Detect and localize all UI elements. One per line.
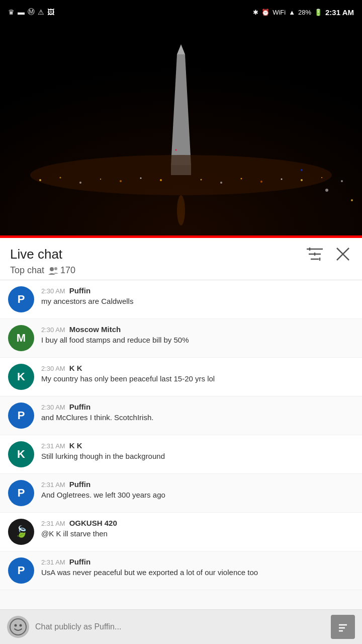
emoji-button[interactable] — [7, 616, 29, 638]
svg-point-14 — [241, 178, 242, 180]
svg-point-38 — [15, 624, 17, 627]
svg-point-21 — [175, 149, 177, 151]
message-time: 2:31 AM — [41, 442, 65, 450]
svg-point-6 — [60, 177, 61, 179]
avatar: K — [8, 441, 34, 467]
svg-point-10 — [140, 178, 142, 179]
wifi-icon: WiFi — [273, 9, 286, 16]
svg-point-18 — [321, 177, 322, 178]
svg-point-12 — [201, 179, 202, 181]
svg-point-5 — [39, 179, 41, 181]
avatar: P — [8, 403, 34, 429]
svg-point-13 — [220, 182, 222, 184]
message-user: Puffin — [69, 480, 91, 489]
viewer-count-number: 170 — [60, 265, 75, 276]
message-text: UsA was never peaceful but we exported a… — [41, 567, 354, 578]
svg-point-11 — [160, 179, 162, 181]
viewers-icon — [48, 267, 58, 275]
message-user: Moscow Mitch — [69, 325, 121, 334]
message-content: 2:31 AM Puffin And Ogletrees. we left 30… — [41, 480, 354, 500]
message-user: OGKUSH 420 — [69, 519, 117, 527]
message-time: 2:30 AM — [41, 365, 65, 372]
chat-message: P 2:30 AM Puffin and McClures I think. S… — [0, 396, 362, 435]
chat-messages-list: P 2:30 AM Puffin my ancestors are Caldwe… — [0, 280, 362, 590]
live-chat-title: Live chat — [10, 247, 62, 262]
battery-icon: 🔋 — [314, 9, 322, 16]
m-icon: Ⓜ — [28, 8, 35, 17]
svg-point-19 — [341, 180, 343, 182]
message-time: 2:31 AM — [41, 520, 65, 527]
folder-icon: ▬ — [18, 8, 25, 16]
send-button[interactable] — [331, 615, 355, 639]
svg-point-7 — [79, 182, 81, 184]
message-meta: 2:31 AM K K — [41, 441, 354, 450]
chat-message: P 2:31 AM Puffin UsA was never peaceful … — [0, 551, 362, 590]
avatar: 🍃 — [8, 519, 34, 545]
svg-point-16 — [281, 179, 283, 180]
chat-message: P 2:30 AM Puffin my ancestors are Caldwe… — [0, 280, 362, 319]
message-meta: 2:30 AM Puffin — [41, 286, 354, 295]
svg-point-34 — [54, 267, 57, 270]
viewers-count: 170 — [48, 265, 75, 276]
video-player[interactable] — [0, 24, 362, 235]
message-time: 2:30 AM — [41, 404, 65, 411]
crown-icon: ♛ — [8, 8, 15, 16]
battery-level: 28% — [298, 9, 311, 16]
chat-message: M 2:30 AM Moscow Mitch I buy all food st… — [0, 319, 362, 358]
filter-icon[interactable] — [306, 245, 324, 263]
chat-message: K 2:31 AM K K Still lurking though in th… — [0, 435, 362, 474]
message-meta: 2:30 AM K K — [41, 364, 354, 372]
message-content: 2:30 AM Puffin and McClures I think. Sco… — [41, 403, 354, 423]
message-meta: 2:30 AM Puffin — [41, 403, 354, 411]
svg-point-8 — [100, 179, 101, 180]
message-content: 2:30 AM Moscow Mitch I buy all food stam… — [41, 325, 354, 345]
avatar: M — [8, 325, 34, 351]
message-meta: 2:31 AM Puffin — [41, 480, 354, 489]
avatar: K — [8, 364, 34, 390]
svg-point-9 — [120, 180, 122, 182]
avatar: P — [8, 557, 34, 584]
svg-text:🍃: 🍃 — [15, 525, 29, 538]
svg-point-24 — [351, 199, 353, 201]
warning-icon: ⚠ — [38, 8, 44, 16]
chat-input-bar — [0, 609, 362, 644]
status-bar: ♛ ▬ Ⓜ ⚠ 🖼 ✱ ⏰ WiFi ▲ 28% 🔋 2:31 AM — [0, 0, 362, 24]
message-text: I buy all food stamps and reduce bill by… — [41, 335, 354, 345]
message-content: 2:30 AM Puffin my ancestors are Caldwell… — [41, 286, 354, 306]
image-icon: 🖼 — [47, 8, 54, 16]
chat-message: P 2:31 AM Puffin And Ogletrees. we left … — [0, 474, 362, 513]
signal-icon: ▲ — [289, 9, 295, 16]
message-user: Puffin — [69, 403, 91, 411]
svg-point-39 — [20, 624, 22, 627]
svg-point-22 — [301, 169, 303, 171]
status-right-icons: ✱ ⏰ WiFi ▲ 28% 🔋 2:31 AM — [253, 8, 354, 17]
message-text: and McClures I think. ScotchIrish. — [41, 412, 354, 423]
message-time: 2:31 AM — [41, 481, 65, 489]
message-text: my ancestors are Caldwells — [41, 296, 354, 306]
chat-header: Live chat — [0, 238, 362, 280]
chat-section: Live chat — [0, 238, 362, 644]
svg-point-17 — [301, 179, 303, 181]
message-text: Still lurking though in the background — [41, 451, 354, 461]
top-chat-label: Top chat — [10, 265, 44, 276]
svg-point-15 — [260, 181, 262, 183]
message-content: 2:31 AM Puffin UsA was never peaceful bu… — [41, 557, 354, 578]
message-content: 2:31 AM K K Still lurking though in the … — [41, 441, 354, 461]
message-meta: 2:31 AM Puffin — [41, 557, 354, 566]
svg-point-33 — [50, 267, 54, 271]
avatar: P — [8, 286, 34, 312]
chat-subheader: Top chat 170 — [10, 265, 352, 276]
svg-point-23 — [325, 189, 328, 192]
message-meta: 2:30 AM Moscow Mitch — [41, 325, 354, 334]
svg-point-4 — [30, 155, 332, 195]
message-time: 2:30 AM — [41, 326, 65, 334]
message-text: My country has only been peaceful last 1… — [41, 373, 354, 384]
svg-point-37 — [10, 619, 26, 635]
chat-input[interactable] — [35, 622, 325, 631]
chat-message: 🍃 2:31 AM OGKUSH 420 @K K ill starve the… — [0, 513, 362, 551]
message-user: K K — [69, 364, 82, 372]
close-icon[interactable] — [334, 245, 352, 263]
chat-message: K 2:30 AM K K My country has only been p… — [0, 358, 362, 396]
message-meta: 2:31 AM OGKUSH 420 — [41, 519, 354, 527]
alarm-icon: ⏰ — [261, 9, 269, 16]
